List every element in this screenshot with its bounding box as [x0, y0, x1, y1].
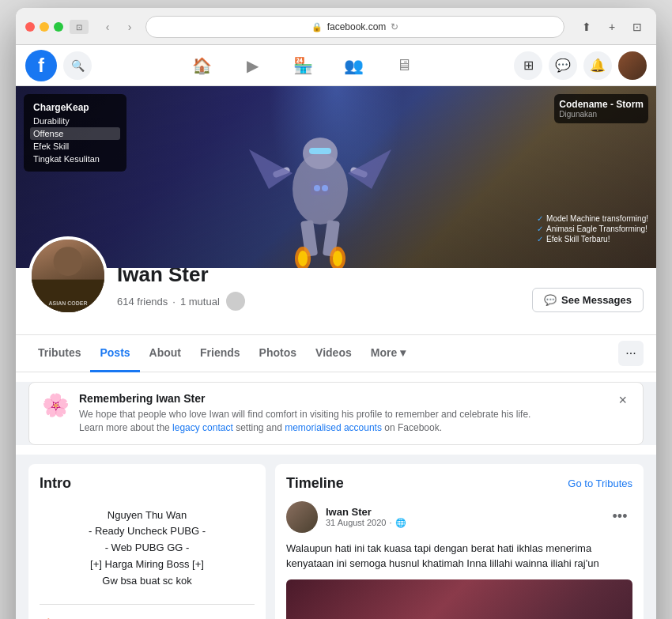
- avatar-inner: ASIAN CODER: [32, 240, 104, 312]
- browser-chrome: ⊡ ‹ › 🔒 facebook.com ↻ ⬆ + ⊡: [16, 8, 656, 45]
- learn-more-text: Learn more about the: [79, 422, 170, 433]
- cover-sidebar-efek[interactable]: Efek Skill: [30, 140, 120, 153]
- left-column: Intro Nguyen Thu Wan - Ready Uncheck PUB…: [28, 464, 266, 619]
- post-meta: Iwan Ster 31 August 2020 ·: [326, 506, 599, 528]
- tab-more[interactable]: More ▾: [361, 335, 415, 372]
- profile-avatar[interactable]: ASIAN CODER: [28, 236, 108, 315]
- apps-button[interactable]: ⊞: [514, 51, 542, 80]
- home-nav-icon[interactable]: 🏠: [184, 48, 219, 83]
- cover-sidebar-offense[interactable]: Offense: [30, 127, 120, 140]
- groups-nav-icon[interactable]: 👥: [336, 48, 371, 83]
- banner-main-text: We hope that people who love Iwan will f…: [79, 409, 530, 420]
- forward-button[interactable]: ›: [120, 17, 139, 36]
- remembering-banner: 🌸 Remembering Iwan Ster We hope that peo…: [28, 382, 644, 445]
- address-bar[interactable]: 🔒 facebook.com ↻: [145, 16, 564, 38]
- link-suffix: on Facebook.: [384, 422, 442, 433]
- browser-titlebar: ⊡ ‹ › 🔒 facebook.com ↻ ⬆ + ⊡: [25, 16, 647, 38]
- notifications-button[interactable]: 🔔: [583, 51, 612, 80]
- video-nav-icon[interactable]: ▶: [235, 48, 270, 83]
- svg-point-9: [333, 251, 342, 266]
- legacy-contact-link[interactable]: legacy contact: [172, 422, 233, 433]
- svg-rect-10: [309, 148, 331, 154]
- svg-point-14: [54, 247, 83, 276]
- bio-line-3: - Web PUBG GG -: [40, 540, 255, 557]
- fb-nav-center: 🏠 ▶ 🏪 👥 🖥: [98, 48, 508, 83]
- banner-title: Remembering Iwan Ster: [79, 392, 606, 405]
- close-banner-button[interactable]: ×: [615, 392, 630, 409]
- tab-about[interactable]: About: [140, 335, 191, 372]
- tab-overview-button[interactable]: ⊡: [628, 17, 647, 36]
- new-tab-button[interactable]: +: [602, 17, 621, 36]
- memorialised-link[interactable]: memorialised accounts: [285, 422, 382, 433]
- banner-text: We hope that people who love Iwan will f…: [79, 408, 606, 421]
- tab-videos[interactable]: Videos: [306, 335, 361, 372]
- tab-about-label: About: [149, 346, 181, 359]
- bio-line-1: Nguyen Thu Wan: [40, 508, 255, 524]
- banner-content: Remembering Iwan Ster We hope that peopl…: [79, 392, 606, 435]
- intro-card: Intro Nguyen Thu Wan - Ready Uncheck PUB…: [28, 464, 266, 619]
- check-icon-1: ✓: [537, 214, 543, 223]
- cover-photo: ChargeKeap Durability Offense Efek Skill…: [16, 86, 656, 268]
- cover-right-panel: Codename - Storm Digunakan: [554, 94, 648, 123]
- cover-card-sub: Digunakan: [559, 110, 644, 119]
- tab-posts[interactable]: Posts: [90, 335, 139, 372]
- post-image: ✎: [286, 579, 632, 619]
- nav-options-button[interactable]: ···: [618, 341, 644, 366]
- window-layout-btn[interactable]: ⊡: [70, 20, 89, 34]
- user-avatar-nav[interactable]: [618, 51, 647, 80]
- share-button[interactable]: ⬆: [577, 17, 596, 36]
- back-button[interactable]: ‹: [98, 17, 117, 36]
- facebook-logo[interactable]: f: [25, 50, 57, 81]
- gaming-nav-icon[interactable]: 🖥: [387, 48, 421, 83]
- cover-sidebar-item[interactable]: ChargeKeap: [30, 100, 120, 115]
- tab-more-label: More: [371, 346, 397, 359]
- browser-window: ⊡ ‹ › 🔒 facebook.com ↻ ⬆ + ⊡ f 🔍 🏠 ▶ 🏪: [16, 8, 656, 619]
- cover-robot-image: [241, 110, 399, 268]
- feature-item-2: ✓ Animasi Eagle Transforming!: [537, 224, 648, 234]
- tab-photos[interactable]: Photos: [250, 335, 306, 372]
- cover-sidebar-tingkat[interactable]: Tingkat Kesulitan: [30, 153, 120, 165]
- globe-icon: [395, 518, 406, 528]
- post-header: Iwan Ster 31 August 2020 · •••: [286, 501, 632, 533]
- feature-label-1: Model Machine transforming!: [546, 214, 648, 223]
- svg-point-8: [298, 251, 308, 266]
- profile-nav-tabs: Tributes Posts About Friends Photos Vide…: [28, 335, 618, 372]
- right-column: Timeline Go to Tributes Iwan Ster 31 Aug…: [275, 464, 644, 619]
- check-icon-2: ✓: [537, 225, 543, 233]
- banner-learn-more: Learn more about the legacy contact sett…: [79, 421, 606, 435]
- tab-tributes[interactable]: Tributes: [28, 335, 90, 372]
- intro-lived-item: 🏠 Lived in Parepare: [40, 613, 255, 619]
- close-button[interactable]: [25, 22, 35, 32]
- timeline-card: Timeline Go to Tributes Iwan Ster 31 Aug…: [275, 464, 644, 619]
- post-date-text: 31 August 2020: [326, 518, 386, 527]
- reload-icon[interactable]: ↻: [391, 21, 398, 32]
- maximize-button[interactable]: [54, 22, 63, 32]
- tab-photos-label: Photos: [259, 346, 296, 359]
- ellipsis-icon: ···: [625, 346, 636, 360]
- post-author-name[interactable]: Iwan Ster: [326, 506, 599, 518]
- timeline-title: Timeline: [286, 475, 344, 492]
- marketplace-nav-icon[interactable]: 🏪: [285, 48, 320, 83]
- intro-bio: Nguyen Thu Wan - Ready Uncheck PUBG - - …: [40, 501, 255, 596]
- see-messages-button[interactable]: 💬 See Messages: [532, 288, 644, 312]
- profile-friends-info: 614 friends · 1 mutual: [117, 290, 523, 312]
- feature-label-2: Animasi Eagle Transforming!: [546, 225, 647, 233]
- cover-card-title: Codename - Storm: [559, 99, 644, 110]
- flower-icon: 🌸: [42, 392, 70, 418]
- traffic-lights: [25, 22, 63, 32]
- timeline-header: Timeline Go to Tributes: [286, 475, 632, 492]
- go-to-tributes-link[interactable]: Go to Tributes: [568, 477, 632, 489]
- fb-navbar: f 🔍 🏠 ▶ 🏪 👥 🖥 ⊞ 💬 🔔: [16, 45, 656, 86]
- messenger-icon: 💬: [544, 294, 557, 306]
- cover-sidebar-durability[interactable]: Durability: [30, 115, 120, 127]
- post-author-avatar[interactable]: [286, 501, 318, 533]
- minimize-button[interactable]: [40, 22, 49, 32]
- messenger-button[interactable]: 💬: [549, 51, 577, 80]
- tab-friends[interactable]: Friends: [191, 335, 250, 372]
- post-menu-button[interactable]: •••: [607, 504, 632, 530]
- check-icon-3: ✓: [537, 235, 543, 243]
- post-text: Walaupun hati ini tak kuasa tapi dengan …: [286, 541, 632, 572]
- cover-sidebar: ChargeKeap Durability Offense Efek Skill…: [24, 94, 126, 172]
- browser-actions: ⬆ + ⊡: [577, 17, 647, 36]
- search-button[interactable]: 🔍: [63, 51, 92, 80]
